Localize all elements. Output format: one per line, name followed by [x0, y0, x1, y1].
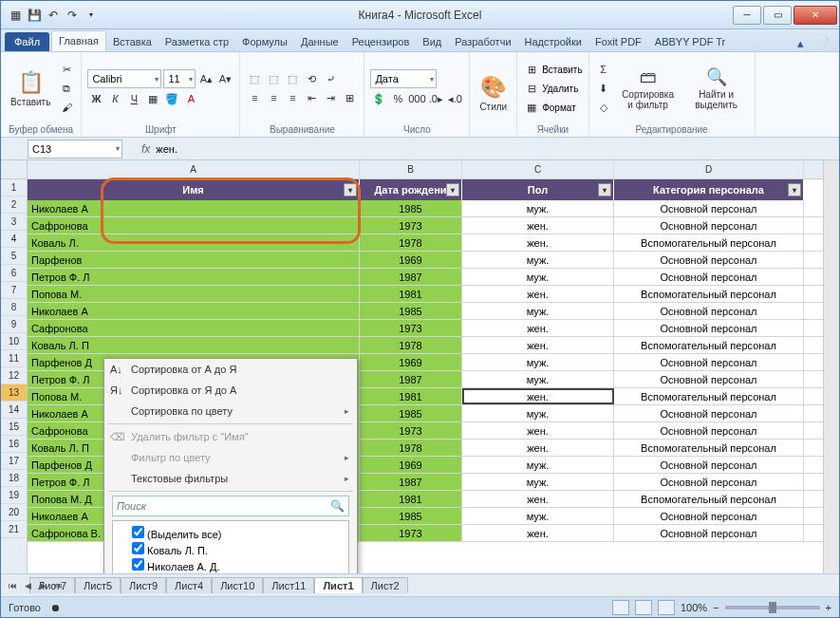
- align-middle-icon[interactable]: ⬚: [265, 70, 282, 87]
- cut-icon[interactable]: ✂: [58, 61, 75, 78]
- filter-search-box[interactable]: 🔍: [112, 496, 349, 516]
- cell[interactable]: 1985: [360, 200, 462, 216]
- ribbon-tab[interactable]: Данные: [294, 32, 345, 51]
- cell[interactable]: Вспомогательный персонал: [614, 491, 804, 507]
- cell[interactable]: 1987: [360, 269, 462, 285]
- align-center-icon[interactable]: ≡: [265, 89, 282, 106]
- redo-icon[interactable]: ↷: [64, 7, 81, 24]
- cell[interactable]: жен.: [462, 234, 614, 251]
- cell[interactable]: 1981: [360, 388, 462, 404]
- cell[interactable]: 1987: [360, 371, 462, 387]
- cell[interactable]: Основной персонал: [614, 371, 804, 387]
- cell[interactable]: муж.: [462, 354, 614, 370]
- cell[interactable]: 1985: [360, 508, 462, 524]
- ribbon-tab[interactable]: Разработчи: [448, 32, 517, 51]
- formula-input[interactable]: жен.: [156, 143, 177, 155]
- fill-icon[interactable]: ⬇: [595, 80, 612, 97]
- filter-dropdown-name[interactable]: ▾: [344, 183, 357, 197]
- row-header[interactable]: 6: [1, 265, 27, 282]
- qat-dropdown-icon[interactable]: ▾: [83, 7, 100, 24]
- vertical-scrollbar[interactable]: [823, 160, 839, 573]
- cell[interactable]: 1985: [360, 303, 462, 319]
- cell[interactable]: Основной персонал: [614, 525, 804, 541]
- col-header-c[interactable]: C: [462, 160, 614, 178]
- cell[interactable]: Основной персонал: [614, 320, 804, 336]
- orientation-icon[interactable]: ⟲: [303, 70, 320, 87]
- zoom-thumb[interactable]: [769, 602, 776, 613]
- fill-color-icon[interactable]: 🪣: [163, 90, 180, 107]
- zoom-out-icon[interactable]: −: [713, 602, 719, 613]
- sheet-next-icon[interactable]: ▶: [35, 581, 50, 590]
- row-header[interactable]: 3: [1, 214, 27, 231]
- find-select-button[interactable]: 🔍Найти и выделить: [684, 65, 749, 112]
- col-header-d[interactable]: D: [614, 160, 804, 178]
- sheet-tab[interactable]: Лист10: [212, 577, 263, 593]
- row-header[interactable]: 10: [1, 333, 27, 350]
- styles-button[interactable]: 🎨Стили: [476, 73, 511, 114]
- ribbon-tab[interactable]: Рецензиров: [345, 32, 417, 51]
- row-header[interactable]: 4: [1, 231, 27, 248]
- cell[interactable]: 1973: [360, 525, 462, 541]
- row-header[interactable]: 15: [1, 419, 27, 436]
- zoom-in-icon[interactable]: +: [826, 602, 831, 613]
- cell[interactable]: жен.: [462, 440, 614, 456]
- cell[interactable]: муж.: [462, 303, 614, 319]
- increase-indent-icon[interactable]: ⇥: [322, 89, 339, 106]
- cell[interactable]: Коваль Л.: [28, 234, 360, 251]
- sort-ascending-item[interactable]: A↓Сортировка от А до Я: [104, 359, 357, 380]
- macro-record-icon[interactable]: ⏺: [50, 602, 61, 613]
- row-header[interactable]: 2: [1, 197, 27, 214]
- cell[interactable]: Вспомогательный персонал: [614, 337, 804, 353]
- sheet-tab[interactable]: Лист9: [121, 577, 166, 593]
- cell[interactable]: муж.: [462, 457, 614, 473]
- close-button[interactable]: ✕: [793, 6, 837, 25]
- row-header[interactable]: 8: [1, 299, 27, 316]
- select-all-corner[interactable]: [1, 160, 27, 179]
- row-header[interactable]: 20: [1, 504, 27, 521]
- currency-icon[interactable]: 💲: [370, 90, 387, 107]
- col-header-a[interactable]: A: [28, 160, 360, 178]
- row-header[interactable]: 14: [1, 402, 27, 419]
- row-header[interactable]: 9: [1, 316, 27, 333]
- cell[interactable]: Основной персонал: [614, 200, 804, 216]
- filter-select-all[interactable]: (Выделить все): [117, 525, 345, 541]
- cell[interactable]: Основной персонал: [614, 303, 804, 319]
- cell[interactable]: 1981: [360, 491, 462, 507]
- ribbon-tab[interactable]: Разметка стр: [159, 32, 235, 51]
- font-name-combo[interactable]: Calibri: [87, 69, 161, 88]
- cell[interactable]: Попова М.: [28, 286, 360, 302]
- minimize-button[interactable]: ─: [733, 6, 761, 25]
- cell[interactable]: Петров Ф. Л: [28, 269, 360, 285]
- number-format-combo[interactable]: Дата: [370, 69, 437, 88]
- cell[interactable]: 1969: [360, 354, 462, 370]
- ribbon-tab[interactable]: ABBYY PDF Tr: [648, 32, 732, 51]
- cell[interactable]: муж.: [462, 508, 614, 524]
- cell[interactable]: жен.: [462, 217, 614, 234]
- cell[interactable]: Парфенов: [28, 252, 360, 268]
- comma-icon[interactable]: 000: [408, 90, 425, 107]
- sheet-prev-icon[interactable]: ◀: [20, 581, 35, 590]
- view-layout-icon[interactable]: [635, 600, 652, 615]
- align-bottom-icon[interactable]: ⬚: [284, 70, 301, 87]
- col-header-b[interactable]: B: [360, 160, 462, 178]
- cell[interactable]: муж.: [462, 405, 614, 421]
- clear-icon[interactable]: ◇: [595, 99, 612, 116]
- ribbon-tab[interactable]: Формулы: [235, 32, 294, 51]
- delete-cells-button[interactable]: ⊟Удалить: [523, 80, 582, 97]
- italic-icon[interactable]: К: [106, 90, 123, 107]
- row-header[interactable]: 5: [1, 248, 27, 265]
- row-header[interactable]: 12: [1, 367, 27, 384]
- sheet-tab[interactable]: Лист4: [166, 577, 212, 593]
- ribbon-tab[interactable]: Вставка: [106, 32, 159, 51]
- merge-icon[interactable]: ⊞: [341, 89, 358, 106]
- cell[interactable]: жен.: [462, 422, 614, 439]
- row-header[interactable]: 19: [1, 487, 27, 504]
- ribbon-tab[interactable]: Надстройки: [518, 32, 588, 51]
- cell[interactable]: жен.: [462, 286, 614, 302]
- row-header[interactable]: 16: [1, 436, 27, 453]
- align-top-icon[interactable]: ⬚: [246, 70, 263, 87]
- cell[interactable]: 1973: [360, 422, 462, 439]
- filter-dropdown-sex[interactable]: ▾: [598, 183, 611, 197]
- cell[interactable]: 1973: [360, 217, 462, 234]
- cell[interactable]: Основной персонал: [614, 405, 804, 421]
